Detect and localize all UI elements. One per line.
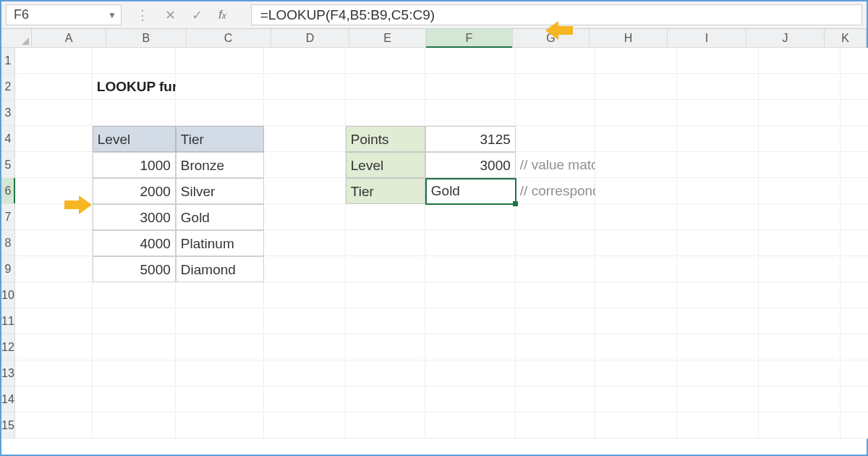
row-6[interactable]: 6	[1, 178, 15, 204]
table-row[interactable]: Diamond	[176, 256, 264, 282]
table-row[interactable]: 4000	[93, 230, 176, 256]
row-2[interactable]: 2	[1, 74, 15, 100]
col-I[interactable]: I	[668, 29, 746, 47]
formula-text: =LOOKUP(F4,B5:B9,C5:C9)	[260, 7, 435, 23]
col-F[interactable]: F	[426, 29, 513, 47]
col-E[interactable]: E	[349, 29, 426, 47]
row-11[interactable]: 11	[1, 308, 15, 334]
arrow-icon	[544, 21, 573, 40]
row-5[interactable]: 5	[1, 152, 15, 178]
points-value[interactable]: 3125	[425, 126, 516, 152]
chevron-down-icon: ▼	[108, 10, 116, 20]
table-header-level: Level	[93, 126, 176, 152]
row-1[interactable]: 1	[1, 48, 15, 74]
name-box[interactable]: F6 ▼	[6, 4, 122, 25]
col-H[interactable]: H	[590, 29, 668, 47]
name-box-value: F6	[14, 7, 29, 22]
row-12[interactable]: 12	[1, 334, 15, 360]
tier-value[interactable]: Gold	[425, 178, 516, 204]
col-J[interactable]: J	[746, 29, 825, 47]
fx-icon[interactable]: fx	[218, 8, 237, 22]
table-row[interactable]: 5000	[93, 256, 176, 282]
comment-1: // value matched in level	[516, 152, 595, 178]
table-row[interactable]: 2000	[93, 178, 176, 204]
tier-label: Tier	[346, 178, 425, 204]
level-value[interactable]: 3000	[425, 152, 516, 178]
row-headers: 1 2 3 4 5 6 7 8 9 10 11 12 13 14 15	[1, 48, 15, 439]
arrow-icon	[64, 195, 93, 214]
col-D[interactable]: D	[271, 29, 350, 47]
row-8[interactable]: 8	[1, 230, 15, 256]
table-header-tier: Tier	[176, 126, 264, 152]
col-C[interactable]: C	[187, 29, 271, 47]
table-row[interactable]: Platinum	[176, 230, 264, 256]
col-A[interactable]: A	[32, 29, 106, 47]
row-9[interactable]: 9	[1, 256, 15, 282]
table-row[interactable]: Gold	[176, 204, 264, 230]
column-headers: A B C D E F G H I J K	[1, 29, 867, 48]
points-label: Points	[346, 126, 425, 152]
row-15[interactable]: 15	[1, 413, 15, 439]
more-icon[interactable]	[136, 7, 149, 23]
row-13[interactable]: 13	[1, 360, 15, 387]
table-row[interactable]: 3000	[93, 204, 176, 230]
row-7[interactable]: 7	[1, 204, 15, 230]
select-all-corner[interactable]	[1, 29, 32, 47]
row-14[interactable]: 14	[1, 387, 15, 413]
comment-2: // corresponding value in tier	[516, 178, 595, 204]
cell-grid[interactable]: LOOKUP function Level Tier Points 3125 1…	[15, 48, 868, 439]
table-row[interactable]: Bronze	[176, 152, 264, 178]
page-title: LOOKUP function	[93, 74, 176, 100]
col-K[interactable]: K	[825, 29, 867, 47]
row-10[interactable]: 10	[1, 282, 15, 308]
table-row[interactable]: Silver	[176, 178, 264, 204]
level-label: Level	[346, 152, 425, 178]
table-row[interactable]: 1000	[93, 152, 176, 178]
row-4[interactable]: 4	[1, 126, 15, 152]
cancel-icon[interactable]	[165, 7, 176, 23]
confirm-icon[interactable]	[192, 7, 203, 23]
row-3[interactable]: 3	[1, 100, 15, 126]
col-B[interactable]: B	[106, 29, 186, 47]
